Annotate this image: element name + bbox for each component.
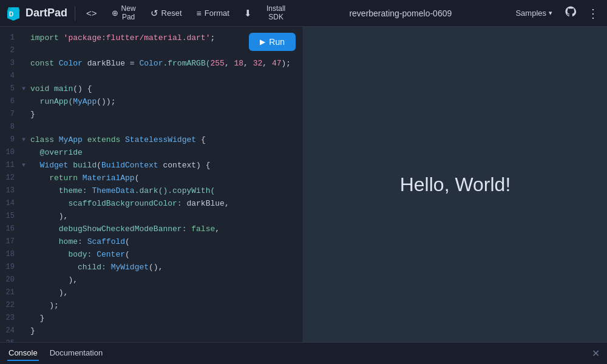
format-button[interactable]: ≡ Format [191,5,236,21]
code-token: class [30,135,59,144]
code-line-content: debugShowCheckedModeBanner: false, [30,223,303,235]
line-number: 22 [0,299,22,312]
more-options-button[interactable]: ⋮ [583,4,602,23]
code-token: main [54,84,73,93]
code-token: ( [125,237,130,246]
fold-marker[interactable]: ▼ [22,83,30,95]
code-line-content: } [30,312,303,325]
code-line-content [30,70,303,83]
code-token: theme: [30,186,92,195]
line-number: 1 [0,32,22,44]
console-tab[interactable]: Console [7,346,39,361]
table-row: 10 @override [0,146,303,159]
code-line-content: home: Scaffold( [30,235,303,248]
table-row: 25 [0,337,303,342]
chevron-down-icon: ▾ [549,9,552,17]
line-number: 8 [0,121,22,133]
code-token: runApp( [30,97,73,106]
code-token: @override [30,148,83,157]
code-token: body: [30,250,97,259]
table-row: 12 return MaterialApp( [0,172,303,184]
line-number: 20 [0,274,22,286]
table-row: 19 child: MyWidget(), [0,261,303,274]
new-pad-button[interactable]: ⊕ New Pad [106,2,142,24]
table-row: 3const Color darkBlue = Color.fromARGB(2… [0,57,303,70]
code-token: debugShowCheckedModeBanner: [30,224,191,234]
code-token: MyApp [59,135,87,144]
code-token: ; [210,33,215,42]
fold-marker[interactable]: ▼ [22,159,30,172]
code-token: } [30,326,35,335]
code-line-content: class MyApp extends StatelessWidget { [30,133,303,146]
samples-button[interactable]: Samples ▾ [509,5,558,21]
download-icon: ⬇ [244,8,252,19]
app-title: DartPad [25,7,67,19]
code-token: 32 [253,59,263,68]
code-token: (), [149,263,163,272]
table-row: 22 ); [0,299,303,312]
code-line-content: body: Center( [30,248,303,261]
code-token: , [225,59,234,68]
line-number: 25 [0,337,22,342]
table-row: 4 [0,70,303,83]
code-token: , [225,199,229,208]
code-toggle-button[interactable]: <> [80,5,103,21]
code-token: Center [97,250,125,259]
output-text: Hello, World! [400,174,511,196]
table-row: 17 home: Scaffold( [0,235,303,248]
line-number: 16 [0,223,22,235]
code-token: 47 [272,59,282,68]
play-icon: ▶ [260,38,265,46]
run-button[interactable]: ▶ Run [249,33,296,51]
code-line-content: return MaterialApp( [30,172,303,184]
svg-text:D: D [9,11,13,18]
close-button[interactable]: ✕ [592,348,600,359]
format-icon: ≡ [197,8,202,18]
code-token: Widget [40,161,73,170]
run-button-area: ▶ Run [249,33,296,51]
code-line-content: scaffoldBackgroundColor: darkBlue, [30,197,303,210]
dart-logo-icon: D [5,5,22,22]
documentation-tab[interactable]: Documentation [49,346,104,361]
header-divider-1 [75,6,75,21]
fold-marker[interactable]: ▼ [22,133,30,146]
reset-button[interactable]: ↺ Reset [144,5,188,22]
code-line-content: const Color darkBlue = Color.fromARGB(25… [30,57,303,70]
code-token: { [196,135,206,144]
table-row: 16 debugShowCheckedModeBanner: false, [0,223,303,235]
code-token: const [30,59,59,68]
code-token: MaterialApp [83,174,135,183]
code-token: ), [30,288,68,297]
install-sdk-button[interactable]: Install SDK [260,2,291,24]
code-token: return [30,174,83,183]
code-line-content [30,121,303,133]
code-token: , [243,59,253,68]
code-token: context) { [158,161,211,170]
code-token: false [191,224,215,234]
table-row: 20 ), [0,274,303,286]
line-number: 21 [0,286,22,299]
download-button[interactable]: ⬇ [238,5,258,22]
code-line-content: theme: ThemeData.dark().copyWith( [30,184,303,197]
code-line-content: child: MyWidget(), [30,261,303,274]
code-token: ), [30,212,68,221]
code-token: import [30,33,64,42]
code-token: ThemeData [92,186,134,195]
code-editor[interactable]: 1import 'package:flutter/material.dart';… [0,27,303,342]
code-token: extends [87,135,125,144]
header: D DartPad <> ⊕ New Pad ↺ Reset ≡ Format … [0,0,607,27]
table-row: 8 [0,121,303,133]
main-content: ▶ Run 1import 'package:flutter/material.… [0,27,607,342]
code-token: 255 [210,59,224,68]
output-panel: Hello, World! [304,27,607,342]
table-row: 24} [0,325,303,337]
code-token: child: [30,263,111,272]
code-token: MyApp [73,97,97,106]
table-row: 7} [0,108,303,121]
code-line-content: ), [30,210,303,223]
code-token: ( [97,161,101,170]
code-token: .fromARGB( [163,59,210,68]
github-button[interactable] [561,4,580,23]
line-number: 9 [0,133,22,146]
more-icon: ⋮ [587,6,599,21]
